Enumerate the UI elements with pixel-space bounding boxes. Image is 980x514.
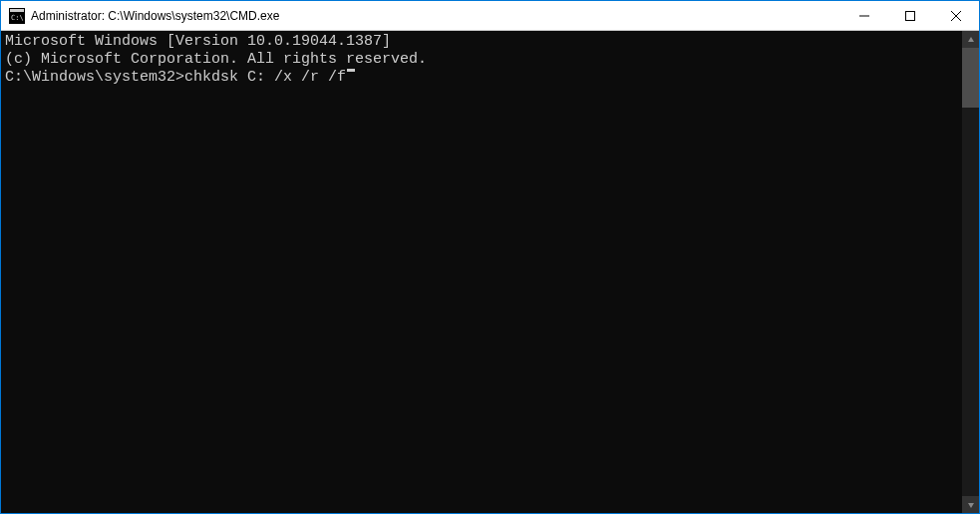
cmd-icon: C:\: [9, 8, 25, 24]
svg-rect-4: [906, 11, 915, 20]
svg-rect-1: [10, 9, 24, 12]
cmd-window: C:\ Administrator: C:\Windows\system32\C…: [1, 1, 979, 513]
scroll-up-button[interactable]: [962, 31, 979, 48]
console-output[interactable]: Microsoft Windows [Version 10.0.19044.13…: [1, 31, 962, 513]
minimize-button[interactable]: [841, 1, 887, 30]
output-line: Microsoft Windows [Version 10.0.19044.13…: [5, 33, 958, 51]
scroll-thumb[interactable]: [962, 48, 979, 108]
titlebar[interactable]: C:\ Administrator: C:\Windows\system32\C…: [1, 1, 979, 31]
window-title: Administrator: C:\Windows\system32\CMD.e…: [31, 9, 841, 23]
prompt: C:\Windows\system32>: [5, 69, 184, 87]
maximize-button[interactable]: [887, 1, 933, 30]
svg-marker-8: [968, 503, 974, 508]
output-line: (c) Microsoft Corporation. All rights re…: [5, 51, 958, 69]
vertical-scrollbar[interactable]: [962, 31, 979, 513]
svg-marker-7: [968, 37, 974, 42]
prompt-line: C:\Windows\system32>chkdsk C: /x /r /f: [5, 69, 958, 87]
cursor: [347, 69, 355, 72]
scroll-track[interactable]: [962, 48, 979, 496]
svg-text:C:\: C:\: [11, 14, 24, 22]
console-area: Microsoft Windows [Version 10.0.19044.13…: [1, 31, 979, 513]
window-controls: [841, 1, 979, 30]
close-button[interactable]: [933, 1, 979, 30]
command-input[interactable]: chkdsk C: /x /r /f: [184, 69, 346, 87]
scroll-down-button[interactable]: [962, 496, 979, 513]
